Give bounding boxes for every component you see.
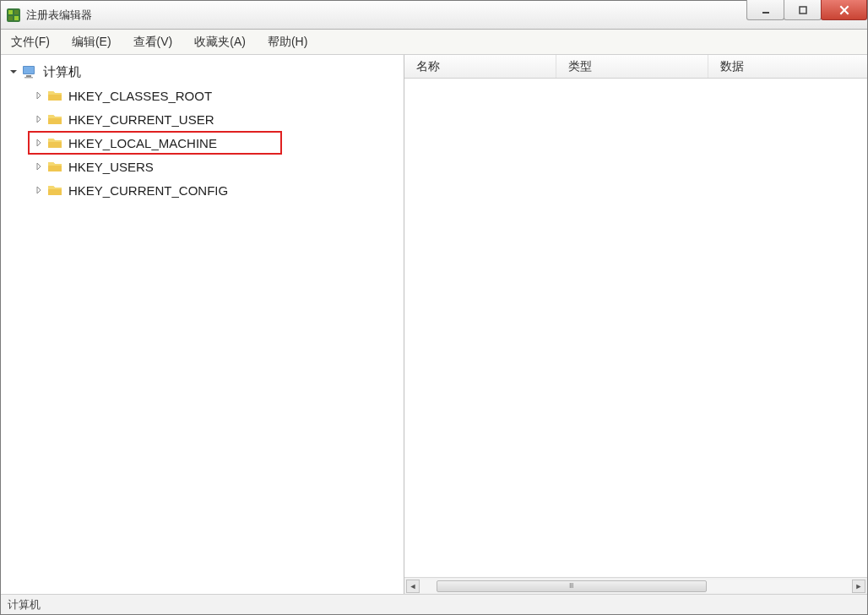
tree-panel[interactable]: 计算机 HKEY_CLASSES_ROOT	[1, 55, 404, 594]
svg-rect-2	[14, 10, 19, 14]
svg-rect-3	[8, 16, 13, 20]
computer-icon	[21, 63, 38, 80]
menu-favorites[interactable]: 收藏夹(A)	[191, 33, 249, 52]
folder-icon	[46, 134, 63, 151]
tree-node-hkey-local-machine[interactable]: HKEY_LOCAL_MACHINE	[28, 131, 282, 155]
minimize-button[interactable]	[746, 0, 784, 20]
menu-file[interactable]: 文件(F)	[8, 33, 53, 52]
svg-rect-1	[8, 10, 13, 14]
tree-node-label: HKEY_USERS	[68, 160, 154, 174]
tree-node-label: HKEY_CLASSES_ROOT	[68, 89, 212, 103]
window-title: 注册表编辑器	[26, 8, 864, 23]
scroll-thumb[interactable]: Ⅲ	[437, 580, 707, 592]
expand-arrow-icon[interactable]	[33, 137, 45, 149]
list-body[interactable]	[404, 79, 867, 577]
scroll-track[interactable]: Ⅲ	[420, 580, 852, 593]
scroll-right-arrow-icon[interactable]: ►	[852, 580, 865, 593]
registry-editor-window: 注册表编辑器 文件(F) 编辑(E) 查看(V) 收藏夹(A) 帮助(H)	[0, 0, 868, 615]
folder-icon	[46, 158, 63, 175]
tree-node-hkey-users[interactable]: HKEY_USERS	[4, 155, 400, 178]
svg-rect-6	[800, 7, 806, 14]
maximize-button[interactable]	[784, 0, 822, 20]
menubar: 文件(F) 编辑(E) 查看(V) 收藏夹(A) 帮助(H)	[1, 30, 867, 55]
expand-arrow-icon[interactable]	[33, 184, 45, 196]
expand-arrow-icon[interactable]	[33, 90, 45, 101]
content-area: 计算机 HKEY_CLASSES_ROOT	[1, 55, 867, 594]
list-panel: 名称 类型 数据 ◄ Ⅲ ►	[404, 55, 867, 594]
menu-edit[interactable]: 编辑(E)	[68, 33, 115, 52]
svg-rect-10	[24, 77, 33, 79]
tree-node-hkey-classes-root[interactable]: HKEY_CLASSES_ROOT	[4, 84, 400, 107]
tree-node-hkey-current-config[interactable]: HKEY_CURRENT_CONFIG	[4, 178, 400, 202]
menu-view[interactable]: 查看(V)	[130, 33, 176, 52]
menu-help[interactable]: 帮助(H)	[264, 33, 311, 52]
column-header-name[interactable]: 名称	[404, 55, 556, 78]
folder-icon	[46, 182, 63, 199]
folder-icon	[46, 111, 63, 128]
tree-node-label: HKEY_CURRENT_USER	[68, 112, 214, 127]
statusbar-path: 计算机	[8, 597, 41, 612]
tree-node-hkey-current-user[interactable]: HKEY_CURRENT_USER	[4, 107, 400, 131]
tree-root-computer[interactable]: 计算机	[4, 60, 400, 84]
horizontal-scrollbar[interactable]: ◄ Ⅲ ►	[404, 577, 867, 594]
tree-node-label: 计算机	[43, 64, 81, 80]
column-header-data[interactable]: 数据	[708, 55, 867, 78]
column-header-type[interactable]: 类型	[556, 55, 708, 78]
svg-rect-4	[14, 16, 19, 20]
expand-arrow-icon[interactable]	[33, 113, 45, 125]
statusbar: 计算机	[1, 594, 867, 614]
close-button[interactable]	[821, 0, 867, 20]
folder-icon	[46, 87, 63, 104]
titlebar[interactable]: 注册表编辑器	[1, 1, 867, 30]
svg-rect-5	[762, 12, 769, 14]
scroll-left-arrow-icon[interactable]: ◄	[406, 580, 420, 593]
list-header: 名称 类型 数据	[404, 55, 867, 79]
svg-rect-9	[26, 75, 31, 77]
tree-node-label: HKEY_CURRENT_CONFIG	[68, 183, 228, 198]
collapse-arrow-icon[interactable]	[8, 66, 19, 78]
svg-rect-8	[24, 67, 34, 73]
app-icon	[6, 8, 21, 23]
expand-arrow-icon[interactable]	[33, 161, 45, 172]
tree-node-label: HKEY_LOCAL_MACHINE	[68, 136, 217, 150]
